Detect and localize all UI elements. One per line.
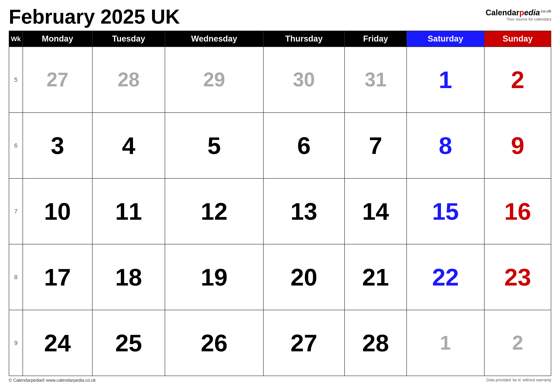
- day-cell[interactable]: 19: [165, 244, 263, 310]
- week-number: 7: [9, 178, 23, 244]
- logo-area: Calendarpedia.co.uk Your source for cale…: [486, 7, 551, 22]
- footer-right: Data provided 'as is' without warranty: [486, 378, 551, 383]
- calendar-header-row: Wk Monday Tuesday Wednesday Thursday Fri…: [9, 31, 551, 47]
- day-cell[interactable]: 2: [484, 310, 551, 376]
- calendar-table: Wk Monday Tuesday Wednesday Thursday Fri…: [9, 31, 551, 376]
- footer: © Calendarpedia® www.calendarpedia.co.uk…: [9, 378, 551, 383]
- day-cell[interactable]: 13: [263, 178, 345, 244]
- saturday-header: Saturday: [407, 31, 484, 47]
- day-cell[interactable]: 9: [484, 113, 551, 178]
- day-cell[interactable]: 27: [263, 310, 345, 376]
- calendar-week-row: 710111213141516: [9, 178, 551, 244]
- day-cell[interactable]: 2: [484, 47, 551, 113]
- day-cell[interactable]: 26: [165, 310, 263, 376]
- day-cell[interactable]: 4: [92, 113, 165, 178]
- calendar-week-row: 817181920212223: [9, 244, 551, 310]
- day-cell[interactable]: 30: [263, 47, 345, 113]
- wednesday-header: Wednesday: [165, 31, 263, 47]
- day-cell[interactable]: 28: [345, 310, 407, 376]
- page-title: February 2025 UK: [9, 7, 180, 27]
- wk-header: Wk: [9, 31, 23, 47]
- day-cell[interactable]: 20: [263, 244, 345, 310]
- day-cell[interactable]: 23: [484, 244, 551, 310]
- day-cell[interactable]: 27: [23, 47, 92, 113]
- thursday-header: Thursday: [263, 31, 345, 47]
- page-header: February 2025 UK Calendarpedia.co.uk You…: [9, 7, 551, 27]
- day-cell[interactable]: 29: [165, 47, 263, 113]
- day-cell[interactable]: 10: [23, 178, 92, 244]
- day-cell[interactable]: 24: [23, 310, 92, 376]
- day-cell[interactable]: 8: [407, 113, 484, 178]
- calendar-week-row: 63456789: [9, 113, 551, 178]
- calendar-week-row: 9242526272812: [9, 310, 551, 376]
- friday-header: Friday: [345, 31, 407, 47]
- calendar-week-row: 5272829303112: [9, 47, 551, 113]
- week-number: 6: [9, 113, 23, 178]
- day-cell[interactable]: 28: [92, 47, 165, 113]
- sunday-header: Sunday: [484, 31, 551, 47]
- calendar-body: 5272829303112634567897101112131415168171…: [9, 47, 551, 376]
- day-cell[interactable]: 22: [407, 244, 484, 310]
- day-cell[interactable]: 16: [484, 178, 551, 244]
- day-cell[interactable]: 3: [23, 113, 92, 178]
- day-cell[interactable]: 7: [345, 113, 407, 178]
- week-number: 9: [9, 310, 23, 376]
- day-cell[interactable]: 17: [23, 244, 92, 310]
- day-cell[interactable]: 14: [345, 178, 407, 244]
- day-cell[interactable]: 6: [263, 113, 345, 178]
- day-cell[interactable]: 25: [92, 310, 165, 376]
- day-cell[interactable]: 15: [407, 178, 484, 244]
- tuesday-header: Tuesday: [92, 31, 165, 47]
- logo-tagline: Your source for calendars: [507, 17, 551, 22]
- day-cell[interactable]: 1: [407, 310, 484, 376]
- week-number: 8: [9, 244, 23, 310]
- day-cell[interactable]: 31: [345, 47, 407, 113]
- day-cell[interactable]: 18: [92, 244, 165, 310]
- logo: Calendarpedia.co.uk: [486, 8, 551, 17]
- day-cell[interactable]: 21: [345, 244, 407, 310]
- footer-left: © Calendarpedia® www.calendarpedia.co.uk: [9, 378, 96, 383]
- day-cell[interactable]: 5: [165, 113, 263, 178]
- monday-header: Monday: [23, 31, 92, 47]
- day-cell[interactable]: 12: [165, 178, 263, 244]
- day-cell[interactable]: 11: [92, 178, 165, 244]
- day-cell[interactable]: 1: [407, 47, 484, 113]
- week-number: 5: [9, 47, 23, 113]
